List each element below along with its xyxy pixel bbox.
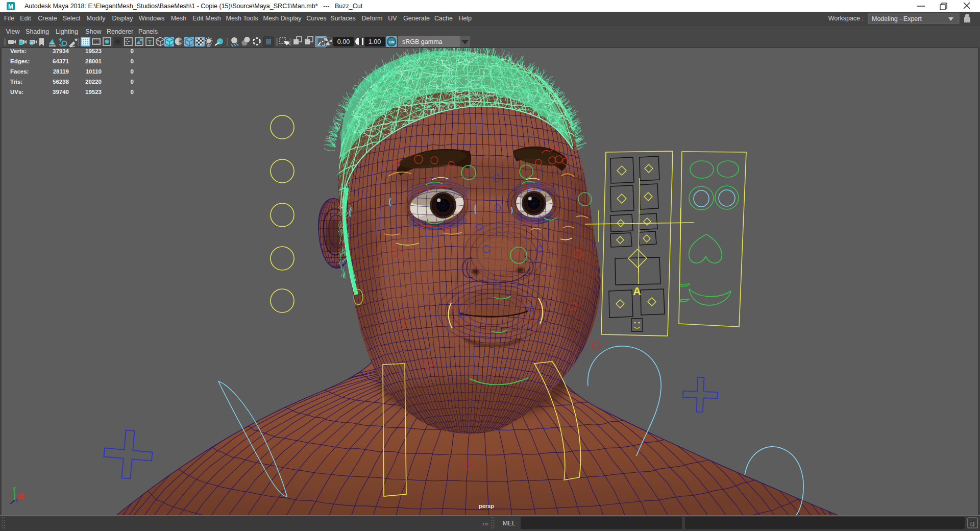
svg-text:Renderer: Renderer: [107, 28, 133, 35]
svg-text:3 tɛ: 3 tɛ: [482, 522, 488, 526]
svg-text:M: M: [8, 3, 13, 10]
svg-text:Panels: Panels: [138, 28, 158, 35]
svg-text:39740: 39740: [53, 89, 69, 95]
svg-text:{;}: {;}: [970, 521, 975, 526]
svg-text:File: File: [4, 15, 14, 22]
svg-text:UVs:: UVs:: [10, 89, 23, 95]
svg-text:Edges:: Edges:: [10, 58, 30, 64]
svg-text:Surfaces: Surfaces: [330, 15, 355, 22]
svg-text:Display: Display: [112, 15, 134, 22]
svg-text:20220: 20220: [85, 79, 102, 85]
svg-text:56238: 56238: [53, 79, 69, 85]
svg-text:ON: ON: [388, 40, 394, 44]
svg-text:y: y: [13, 485, 16, 491]
svg-text:0.00: 0.00: [337, 38, 350, 45]
svg-text:Workspace :: Workspace :: [828, 15, 864, 22]
svg-text:Windows: Windows: [139, 15, 165, 22]
svg-text:0: 0: [131, 79, 134, 85]
svg-text:Cache: Cache: [434, 15, 453, 22]
svg-text:Create: Create: [38, 15, 57, 22]
svg-text:Curves: Curves: [306, 15, 327, 22]
svg-text:View: View: [6, 28, 20, 35]
svg-text:0: 0: [131, 89, 134, 95]
svg-text:1.00: 1.00: [369, 38, 381, 45]
svg-text:Mesh Tools: Mesh Tools: [226, 15, 258, 22]
svg-text:Tris:: Tris:: [10, 79, 22, 85]
svg-text:Select: Select: [63, 15, 81, 22]
svg-text:Autodesk Maya 2018: E:\Elegant: Autodesk Maya 2018: E:\ElegantMesh_Studi…: [24, 3, 363, 10]
svg-text:Lighting: Lighting: [56, 28, 78, 35]
svg-text:28001: 28001: [85, 58, 102, 64]
svg-text:MEL: MEL: [503, 520, 516, 527]
svg-text:64371: 64371: [53, 58, 69, 64]
svg-text:Generate: Generate: [403, 15, 430, 22]
svg-text:persp: persp: [479, 503, 494, 509]
svg-text:0: 0: [131, 48, 134, 54]
svg-text:0: 0: [131, 58, 134, 64]
svg-text:Modeling - Expert: Modeling - Expert: [872, 15, 922, 22]
svg-text:Help: Help: [458, 15, 472, 22]
svg-text:Show: Show: [85, 28, 102, 35]
svg-text:Verts:: Verts:: [10, 48, 27, 54]
svg-text:Modify: Modify: [87, 15, 106, 22]
svg-text:28119: 28119: [53, 68, 69, 75]
svg-text:Mesh: Mesh: [171, 15, 187, 22]
svg-text:Edit Mesh: Edit Mesh: [192, 15, 221, 22]
svg-text:UV: UV: [388, 15, 397, 22]
svg-text:0: 0: [131, 68, 134, 75]
svg-text:10110: 10110: [86, 68, 102, 75]
svg-text:T: T: [148, 39, 152, 45]
svg-text:Edit: Edit: [20, 15, 31, 22]
svg-text:37934: 37934: [53, 48, 69, 54]
svg-text:Shading: Shading: [26, 28, 49, 35]
svg-text:19523: 19523: [85, 48, 102, 54]
svg-text:Mesh Display: Mesh Display: [263, 15, 302, 22]
svg-text:Deform: Deform: [362, 15, 383, 22]
svg-text:sRGB gamma: sRGB gamma: [402, 38, 443, 45]
svg-text:Faces:: Faces:: [10, 68, 29, 75]
svg-text:A: A: [633, 285, 641, 298]
svg-text:z: z: [15, 498, 18, 503]
svg-text:19523: 19523: [85, 89, 102, 95]
